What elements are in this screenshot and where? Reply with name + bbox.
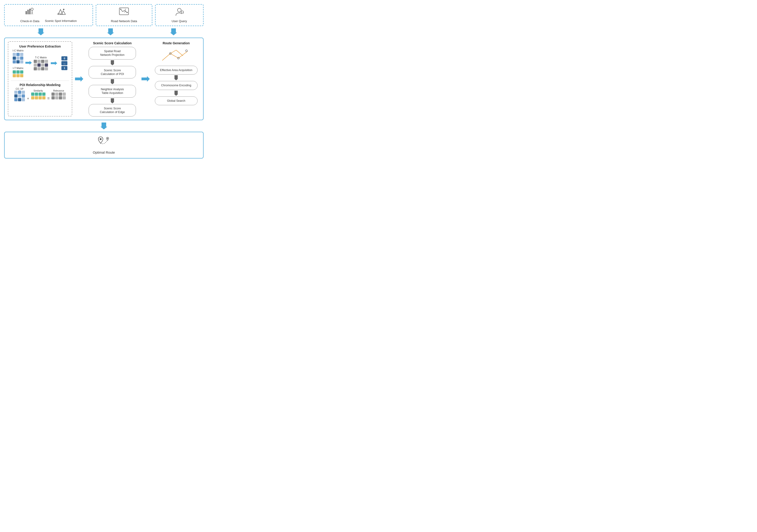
tc-matrix [34, 60, 48, 70]
ic-matrix-group: I-C Matrix I-T [13, 49, 24, 77]
svg-line-5 [31, 12, 32, 14]
poi-covp-label: CO_VP [16, 88, 23, 90]
svg-rect-1 [27, 10, 29, 14]
mid-panel: Scenic Score Calculation Spatial RoadNet… [86, 41, 139, 116]
flow-box-1-label: Spatial RoadNetwork Projection [100, 49, 124, 56]
right-flow-arrow-2-svg [174, 91, 178, 96]
ic-matrix-label: I-C Matrix [13, 49, 24, 52]
down-arrow-right-svg [170, 28, 177, 35]
cell [39, 93, 42, 96]
right-panel: Route Generation Effective Area Ac [153, 41, 200, 116]
flow-box-1: Spatial RoadNetwork Projection [89, 47, 136, 60]
right-flow-box-1-label: Effective Area Acquisition [160, 69, 192, 72]
cell [41, 67, 44, 70]
cell [20, 70, 23, 74]
flow-box-2-label: Scenic ScoreCalculation of POI [101, 69, 124, 76]
svg-marker-16 [37, 28, 44, 35]
cell [35, 96, 38, 100]
user-pref-title: User Preference Extraction [11, 44, 69, 48]
poi-covp: CO_VP [14, 88, 25, 101]
svg-marker-21 [75, 76, 83, 82]
cell [20, 53, 23, 56]
cell [18, 91, 21, 94]
svg-line-6 [32, 12, 33, 14]
cell [39, 96, 42, 100]
tc-result-arrow [51, 61, 57, 65]
arrow-down-middle [80, 28, 141, 35]
cell [16, 60, 19, 63]
cell [37, 67, 41, 70]
flow-arrow-3-svg [111, 98, 114, 103]
result-cell-dots: ... [61, 61, 67, 65]
right-flow-box-2-label: Chromosome Encoding [161, 84, 191, 87]
road-network-icon [119, 7, 129, 18]
svg-marker-24 [111, 98, 114, 103]
checkin-item: Check-in Data [20, 7, 39, 23]
cell [37, 60, 41, 63]
cell [34, 63, 37, 67]
bottom-arrow [4, 123, 203, 130]
user-query-label: User Query [172, 19, 187, 23]
cell [18, 94, 21, 98]
poi-section-title: POI Relationship Modeling [11, 83, 69, 87]
user-pref-section: User Preference Extraction I-C Matrix [11, 44, 69, 77]
result-cell-0: 0 [61, 56, 67, 60]
right-flow-arrow-2 [174, 91, 178, 96]
h-arrow-mid-right-svg [141, 76, 150, 82]
svg-marker-34 [174, 75, 178, 80]
cell [63, 96, 66, 100]
svg-marker-8 [61, 11, 66, 15]
flow-arrow-3 [111, 98, 114, 103]
flow-box-3: Neighbor AnalysisTable Acquisition [89, 85, 136, 98]
cell [51, 93, 55, 96]
right-flow-box-3-label: Global Search [167, 99, 185, 103]
scenic-spot-item: Scenic Spot Information [45, 8, 76, 23]
left-to-mid-arrow [75, 76, 83, 82]
relevance-matrix [51, 93, 66, 100]
cell [16, 70, 19, 74]
svg-point-13 [177, 8, 181, 12]
cell [20, 74, 23, 77]
right-flow-box-2: Chromosome Encoding [155, 81, 197, 90]
cell [13, 74, 16, 77]
right-flow-box-1: Effective Area Acquisition [155, 66, 197, 74]
flow-arrow-1 [111, 60, 114, 65]
it-matrix [13, 70, 24, 77]
matrix-section: I-C Matrix I-T [11, 49, 69, 77]
flow-arrow-2-svg [111, 79, 114, 84]
input-right-box: User Query [155, 4, 203, 26]
cell [63, 93, 66, 96]
cell [59, 93, 62, 96]
cell [55, 96, 58, 100]
down-arrow-left-svg [37, 28, 44, 35]
svg-line-30 [176, 50, 183, 56]
cell [14, 94, 17, 98]
cell [22, 91, 25, 94]
right-flow-arrow-1-svg [174, 75, 178, 80]
svg-marker-36 [100, 123, 107, 130]
cell [37, 63, 41, 67]
cell [31, 93, 34, 96]
middle-section: User Preference Extraction I-C Matrix [4, 38, 203, 120]
poi-relevance: Relevance [51, 90, 66, 100]
cell [55, 93, 58, 96]
user-query-icon [175, 7, 184, 18]
matrix-arrow-right [25, 61, 32, 66]
optimal-icon-svg [97, 136, 111, 146]
scenic-spot-label: Scenic Spot Information [45, 19, 76, 23]
route-visual-svg [160, 46, 192, 64]
top-row: Check-in Data Scenic Spot Information [4, 4, 203, 26]
flow-box-3-label: Neighbor AnalysisTable Acquisition [101, 88, 124, 95]
flow-arrow-1-svg [111, 60, 114, 65]
cell [16, 53, 19, 56]
main-diagram: Check-in Data Scenic Spot Information [4, 4, 203, 159]
poi-section: POI Relationship Modeling CO_VP [11, 80, 69, 101]
cell [13, 70, 16, 74]
cell [34, 60, 37, 63]
result-boxes: 0 ... 1 [61, 56, 67, 70]
cell [51, 96, 55, 100]
right-panel-title: Route Generation [163, 41, 190, 45]
cell [34, 67, 37, 70]
checkin-icon [25, 7, 34, 18]
cell [45, 63, 48, 67]
